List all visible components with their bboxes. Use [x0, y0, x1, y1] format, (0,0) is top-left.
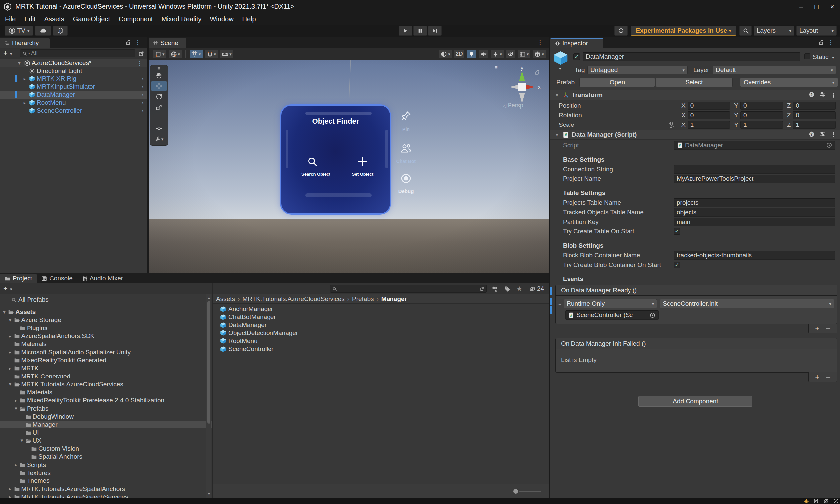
hierarchy-item-directional-light[interactable]: Directional Light	[0, 67, 147, 75]
breadcrumb-item[interactable]: Manager	[381, 295, 407, 303]
asset-rootmenu[interactable]: RootMenu	[213, 337, 549, 345]
expander-icon[interactable]: ▸	[14, 398, 18, 403]
object-finder-window[interactable]: Object Finder Search Object Set Object	[280, 104, 391, 215]
zoom-slider-track[interactable]	[519, 491, 541, 492]
hierarchy-item-datamanager[interactable]: DataManager›	[0, 91, 147, 99]
menu-help[interactable]: Help	[238, 13, 260, 24]
expander-icon[interactable]: ▸	[8, 350, 13, 355]
experimental-packages-button[interactable]: Experimental Packages In Use ▾	[631, 26, 736, 36]
tree-item-ui[interactable]: UI	[0, 429, 212, 436]
tree-item-debugwindow[interactable]: DebugWindow	[0, 413, 212, 420]
expander-icon[interactable]: ▼	[2, 310, 7, 314]
palette-drag-handle[interactable]: ≡	[151, 67, 167, 70]
tree-item-manager[interactable]: Manager	[0, 420, 212, 429]
create-add-button[interactable]: +	[3, 285, 7, 293]
film-button[interactable]: ▾	[517, 49, 531, 59]
hierarchy-search-field[interactable]: ▾	[20, 49, 135, 57]
tree-item-mixedrealitytoolkit-generated[interactable]: MixedRealityToolkit.Generated	[0, 356, 212, 364]
tree-item-azurespatialanchors-sdk[interactable]: ▸AzureSpatialAnchors.SDK	[0, 332, 212, 340]
menu-gameobject[interactable]: GameObject	[69, 13, 114, 24]
blob-container-input[interactable]	[673, 251, 835, 259]
project-search-input[interactable]	[339, 285, 478, 292]
position-x-input[interactable]	[687, 102, 730, 110]
eye-off-button[interactable]	[505, 49, 516, 59]
show-children-icon[interactable]: ›	[141, 100, 143, 106]
presets-icon[interactable]	[820, 91, 826, 98]
event-remove-button[interactable]: –	[826, 324, 830, 333]
menu-assets[interactable]: Assets	[40, 13, 69, 24]
foldout-icon[interactable]: ▼	[554, 132, 560, 138]
step-button[interactable]	[428, 26, 442, 36]
scale-z-input[interactable]	[793, 121, 836, 129]
search-by-type-icon[interactable]	[491, 286, 498, 292]
expander-icon[interactable]: ▸	[14, 462, 18, 467]
tab-console[interactable]: Console	[37, 273, 77, 284]
breadcrumb-item[interactable]: Assets	[216, 295, 235, 303]
connection-string-input[interactable]	[673, 165, 835, 174]
hierarchy-item-scenecontroller[interactable]: SceneController›	[0, 107, 147, 114]
breadcrumb-item[interactable]: Prefabs	[352, 295, 374, 303]
layers-dropdown[interactable]: Layers▾	[754, 26, 794, 36]
hand-tool-button[interactable]	[151, 71, 167, 80]
scroll-up-icon[interactable]: ▲	[206, 296, 211, 300]
gameobject-name-input[interactable]	[583, 52, 800, 61]
active-checkbox[interactable]: ✓	[573, 53, 580, 60]
asset-anchormanager[interactable]: AnchorManager	[213, 305, 549, 313]
scene-header-row[interactable]: ▼ AzureCloudServices* ⋮	[0, 59, 147, 67]
chevron-down-icon[interactable]: ▾	[559, 66, 561, 71]
gizmo-button[interactable]: ▾	[532, 49, 546, 59]
tree-item-mrtk-tutorials-azurespeechservices[interactable]: ▸MRTK.Tutorials.AzureSpeechServices	[0, 493, 212, 498]
tree-item-materials[interactable]: Materials	[0, 389, 212, 396]
check-circle-icon[interactable]	[833, 498, 839, 504]
event-function-dropdown[interactable]: SceneController.Init▾	[660, 299, 834, 308]
tab-hierarchy[interactable]: Hierarchy	[0, 38, 50, 48]
set-object-button[interactable]: Set Object	[352, 156, 374, 177]
gizmo-lock-icon[interactable]	[534, 70, 540, 75]
menu-window[interactable]: Window	[206, 13, 238, 24]
kebab-menu-icon[interactable]: ⋮	[537, 38, 543, 46]
prefab-overrides-dropdown[interactable]: Overrides▾	[740, 78, 838, 87]
tree-item-textures[interactable]: Textures	[0, 469, 212, 477]
add-component-button[interactable]: Add Component	[638, 396, 753, 407]
lock-icon[interactable]	[819, 40, 824, 46]
prefab-select-button[interactable]: Select	[656, 78, 733, 87]
chevron-down-icon[interactable]: ▾	[10, 287, 12, 291]
expander-icon[interactable]: ▸	[22, 100, 27, 105]
sparkle-button[interactable]: ▾	[490, 49, 504, 59]
tree-item-azure-storage[interactable]: ▼Azure Storage	[0, 316, 212, 324]
rotation-x-input[interactable]	[687, 111, 730, 119]
expander-icon[interactable]: ▼	[14, 406, 18, 411]
search-object-button[interactable]: Search Object	[301, 156, 323, 177]
expander-icon[interactable]: ▸	[8, 366, 13, 371]
maximize-button[interactable]: □	[809, 0, 824, 13]
try-create-table-checkbox[interactable]: ✓	[673, 228, 680, 235]
db-off-icon[interactable]	[813, 498, 819, 504]
scroll-down-icon[interactable]: ▼	[206, 491, 211, 496]
hierarchy-item-mrtk-xr-rig[interactable]: ▸MRTK XR Rig›	[0, 75, 147, 83]
pin-button[interactable]: Pin	[395, 110, 417, 132]
magnet-button[interactable]: ▾	[205, 49, 219, 59]
position-z-input[interactable]	[793, 102, 836, 110]
tree-item-mixedrealitytoolkit-prerelease-2-4-0-stabilization[interactable]: ▸MixedRealityToolkit.Prerelease.2.4.0.St…	[0, 396, 212, 404]
menu-component[interactable]: Component	[114, 13, 157, 24]
kebab-menu-icon[interactable]: ⋮	[828, 38, 834, 46]
reorder-handle-icon[interactable]: ≡	[558, 301, 561, 306]
data-manager-header[interactable]: ▼ # Data Manager (Script) ? ⋮	[550, 130, 840, 140]
rect-tool-button[interactable]	[151, 113, 167, 123]
tree-item-ux[interactable]: ▼UX	[0, 437, 212, 445]
menu-edit[interactable]: Edit	[20, 13, 40, 24]
menu-file[interactable]: File	[1, 13, 20, 24]
expander-icon[interactable]: ▸	[8, 494, 13, 498]
close-button[interactable]: ×	[824, 0, 840, 13]
scene-picker-icon[interactable]	[138, 51, 144, 57]
asset-objectdetectionmanager[interactable]: ObjectDetectionManager	[213, 329, 549, 337]
chevron-down-icon[interactable]: ▾	[10, 52, 12, 56]
kebab-menu-icon[interactable]: ⋮	[137, 59, 143, 67]
bug-icon[interactable]	[804, 498, 809, 504]
event-mode-dropdown[interactable]: Runtime Only▾	[564, 299, 657, 308]
scene-viewport[interactable]: Object Finder Search Object Set Object P…	[149, 60, 549, 272]
scale-x-input[interactable]	[687, 121, 730, 129]
show-children-icon[interactable]: ›	[141, 84, 143, 90]
help-icon[interactable]: ?	[808, 131, 815, 138]
show-children-icon[interactable]: ›	[141, 107, 143, 114]
